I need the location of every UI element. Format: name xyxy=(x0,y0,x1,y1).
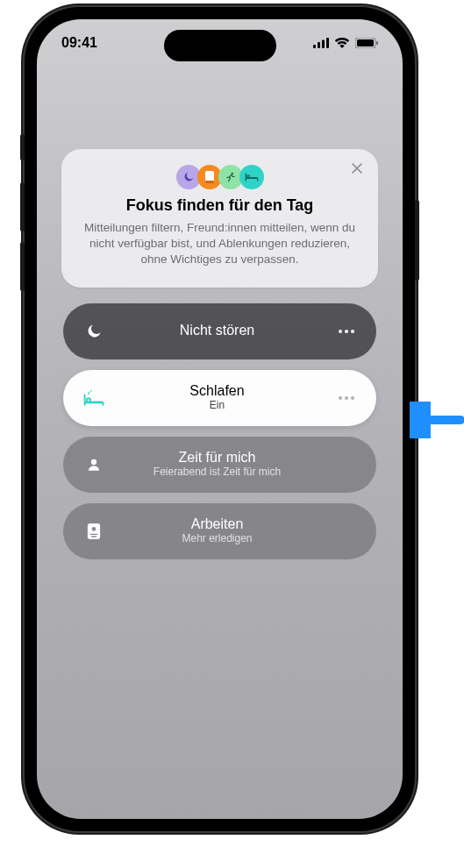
svg-rect-3 xyxy=(326,38,329,48)
focus-sheet: Fokus finden für den Tag Mitteilungen fi… xyxy=(61,149,378,559)
focus-sublabel: Mehr erledigen xyxy=(182,533,252,545)
svg-rect-2 xyxy=(322,40,325,49)
mute-switch xyxy=(20,134,25,160)
svg-text:z: z xyxy=(90,388,93,393)
close-button[interactable] xyxy=(348,160,366,177)
power-button xyxy=(415,200,419,281)
focus-promo-card: Fokus finden für den Tag Mitteilungen fi… xyxy=(61,149,378,288)
focus-label: Schlafen xyxy=(189,383,244,399)
focus-label: Zeit für mich xyxy=(178,450,255,466)
focus-sublabel: Feierabend ist Zeit für mich xyxy=(153,466,281,479)
svg-rect-21 xyxy=(90,533,98,534)
device-screen: 09:41 xyxy=(37,19,403,819)
focus-item-sleep[interactable]: z z Schlafen Ein xyxy=(63,370,376,426)
ellipsis-icon xyxy=(338,395,355,401)
svg-point-16 xyxy=(345,396,348,400)
cellular-icon xyxy=(313,38,329,48)
person-icon xyxy=(82,457,105,473)
svg-rect-1 xyxy=(318,42,320,48)
svg-point-17 xyxy=(351,396,354,400)
more-button[interactable] xyxy=(334,386,359,410)
svg-rect-5 xyxy=(357,39,374,46)
moon-icon xyxy=(82,323,105,340)
svg-point-18 xyxy=(91,459,96,465)
close-icon xyxy=(352,163,362,174)
svg-point-12 xyxy=(351,330,354,333)
bed-icon xyxy=(239,165,264,189)
status-time: 09:41 xyxy=(61,35,97,51)
svg-rect-22 xyxy=(91,536,96,537)
bed-icon: z z xyxy=(82,388,105,408)
promo-title: Fokus finden für den Tag xyxy=(82,196,357,215)
callout-arrow-icon xyxy=(410,402,464,438)
svg-rect-0 xyxy=(313,45,316,48)
svg-point-9 xyxy=(231,173,233,175)
focus-label: Arbeiten xyxy=(191,516,244,532)
svg-point-11 xyxy=(345,330,348,333)
status-indicators xyxy=(313,38,378,48)
promo-icon-row xyxy=(82,165,357,189)
badge-icon xyxy=(82,523,105,540)
focus-item-personal[interactable]: Zeit für mich Feierabend ist Zeit für mi… xyxy=(63,437,376,493)
ellipsis-icon xyxy=(338,329,355,334)
wifi-icon xyxy=(334,38,350,48)
focus-label: Nicht stören xyxy=(180,323,254,338)
svg-rect-6 xyxy=(376,41,378,45)
promo-body: Mitteilungen filtern, Freund:innen mitte… xyxy=(82,220,357,268)
focus-item-dnd[interactable]: Nicht stören xyxy=(63,303,376,359)
focus-sublabel: Ein xyxy=(210,400,225,412)
svg-rect-8 xyxy=(205,181,214,183)
svg-point-10 xyxy=(339,330,342,333)
device-frame: 09:41 xyxy=(25,7,415,831)
battery-icon xyxy=(355,38,378,48)
volume-up-button xyxy=(20,182,25,231)
more-button[interactable] xyxy=(334,319,359,344)
volume-down-button xyxy=(20,242,25,291)
svg-point-15 xyxy=(339,396,342,400)
focus-item-work[interactable]: Arbeiten Mehr erledigen xyxy=(63,503,376,559)
svg-point-20 xyxy=(92,527,96,531)
status-bar: 09:41 xyxy=(37,19,403,67)
focus-list: Nicht stören z z Schl xyxy=(61,303,378,559)
